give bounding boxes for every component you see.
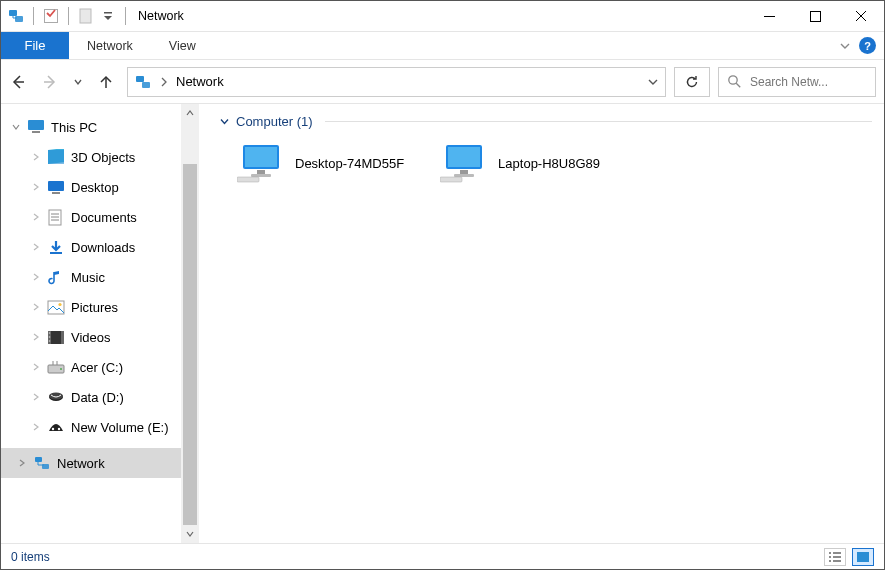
- tree-this-pc[interactable]: This PC: [1, 112, 181, 142]
- tree-item[interactable]: Documents: [1, 202, 181, 232]
- maximize-button[interactable]: [792, 1, 838, 31]
- chevron-right-icon[interactable]: [31, 152, 41, 162]
- address-dropdown-icon[interactable]: [647, 76, 659, 88]
- svg-rect-17: [237, 177, 259, 182]
- svg-rect-21: [454, 174, 474, 177]
- scroll-up-icon[interactable]: [181, 104, 199, 122]
- svg-rect-4: [104, 12, 112, 14]
- svg-rect-5: [810, 11, 820, 21]
- tree-item[interactable]: Videos: [1, 322, 181, 352]
- tree-item[interactable]: Music: [1, 262, 181, 292]
- pc-icon: [27, 118, 45, 136]
- help-icon[interactable]: ?: [859, 37, 876, 54]
- chevron-right-icon[interactable]: [31, 392, 41, 402]
- svg-rect-1: [15, 16, 23, 22]
- file-tab[interactable]: File: [1, 32, 69, 59]
- svg-rect-16: [251, 174, 271, 177]
- tree-item[interactable]: Downloads: [1, 232, 181, 262]
- svg-point-8: [729, 76, 737, 84]
- tree-network[interactable]: Network: [1, 448, 181, 478]
- chevron-right-icon[interactable]: [31, 272, 41, 282]
- scrollbar-thumb[interactable]: [183, 164, 197, 525]
- svg-rect-9: [28, 120, 44, 130]
- status-text: 0 items: [11, 550, 50, 564]
- svg-rect-11: [35, 457, 42, 462]
- tree-label: Acer (C:): [71, 360, 123, 375]
- tree-item[interactable]: Data (D:): [1, 382, 181, 412]
- svg-rect-0: [9, 10, 17, 16]
- computer-item[interactable]: Desktop-74MD55F: [237, 143, 404, 183]
- chevron-right-icon[interactable]: [31, 362, 41, 372]
- svg-rect-19: [448, 147, 480, 167]
- cube-icon: [47, 148, 65, 166]
- network-icon: [33, 454, 51, 472]
- chevron-down-icon[interactable]: [11, 122, 21, 132]
- divider: [325, 121, 872, 122]
- chevron-right-icon[interactable]: [31, 332, 41, 342]
- refresh-button[interactable]: [674, 67, 710, 97]
- breadcrumb[interactable]: Network: [176, 74, 224, 89]
- recent-dropdown-icon[interactable]: [73, 77, 83, 87]
- drive2-icon: [47, 388, 65, 406]
- ribbon-expand-icon[interactable]: [839, 40, 851, 52]
- video-icon: [47, 328, 65, 346]
- chevron-right-icon[interactable]: [31, 212, 41, 222]
- desktop-icon: [47, 178, 65, 196]
- svg-rect-23: [857, 552, 869, 562]
- back-button[interactable]: [9, 73, 27, 91]
- view-details-button[interactable]: [824, 548, 846, 566]
- search-input[interactable]: Search Netw...: [718, 67, 876, 97]
- tree-label: 3D Objects: [71, 150, 135, 165]
- tree-item[interactable]: New Volume (E:): [1, 412, 181, 442]
- qat-dropdown-icon[interactable]: [99, 7, 117, 25]
- svg-rect-22: [440, 177, 462, 182]
- content-pane: Computer (1) Desktop-74MD55F Laptop-H8U8…: [199, 104, 884, 543]
- tab-view[interactable]: View: [151, 32, 214, 59]
- separator: [33, 7, 34, 25]
- tree-item[interactable]: 3D Objects: [1, 142, 181, 172]
- tree-label: Pictures: [71, 300, 118, 315]
- address-network-icon: [134, 73, 152, 91]
- scroll-down-icon[interactable]: [181, 525, 199, 543]
- forward-button[interactable]: [41, 73, 59, 91]
- group-header[interactable]: Computer (1): [219, 114, 872, 129]
- separator: [68, 7, 69, 25]
- computer-label: Desktop-74MD55F: [295, 156, 404, 171]
- view-tiles-button[interactable]: [852, 548, 874, 566]
- up-button[interactable]: [97, 73, 115, 91]
- minimize-button[interactable]: [746, 1, 792, 31]
- svg-rect-15: [257, 170, 265, 174]
- pic-icon: [47, 298, 65, 316]
- address-bar[interactable]: Network: [127, 67, 666, 97]
- search-placeholder: Search Netw...: [750, 75, 828, 89]
- address-chevron-icon[interactable]: [160, 77, 168, 87]
- chevron-right-icon[interactable]: [31, 242, 41, 252]
- nav-bar: Network Search Netw...: [1, 59, 884, 103]
- tree-label: Videos: [71, 330, 111, 345]
- tree-label: Network: [57, 456, 105, 471]
- props-icon[interactable]: [42, 7, 60, 25]
- chevron-right-icon[interactable]: [17, 458, 27, 468]
- doc-icon: [47, 208, 65, 226]
- nav-tree: This PC 3D ObjectsDesktopDocumentsDownlo…: [1, 108, 181, 543]
- chevron-right-icon[interactable]: [31, 182, 41, 192]
- doc-icon: [77, 7, 95, 25]
- tree-label: Data (D:): [71, 390, 124, 405]
- monitor-icon: [440, 143, 488, 183]
- tree-scrollbar[interactable]: [181, 104, 199, 543]
- tab-network[interactable]: Network: [69, 32, 151, 59]
- tree-item[interactable]: Desktop: [1, 172, 181, 202]
- chevron-right-icon[interactable]: [31, 302, 41, 312]
- drive-icon: [47, 358, 65, 376]
- svg-rect-20: [460, 170, 468, 174]
- separator: [125, 7, 126, 25]
- chevron-right-icon[interactable]: [31, 422, 41, 432]
- close-button[interactable]: [838, 1, 884, 31]
- tree-item[interactable]: Pictures: [1, 292, 181, 322]
- tree-label: Documents: [71, 210, 137, 225]
- computer-item[interactable]: Laptop-H8U8G89: [440, 143, 600, 183]
- title-bar: Network: [1, 1, 884, 31]
- chevron-down-icon[interactable]: [219, 116, 230, 127]
- tree-item[interactable]: Acer (C:): [1, 352, 181, 382]
- svg-rect-6: [136, 76, 144, 82]
